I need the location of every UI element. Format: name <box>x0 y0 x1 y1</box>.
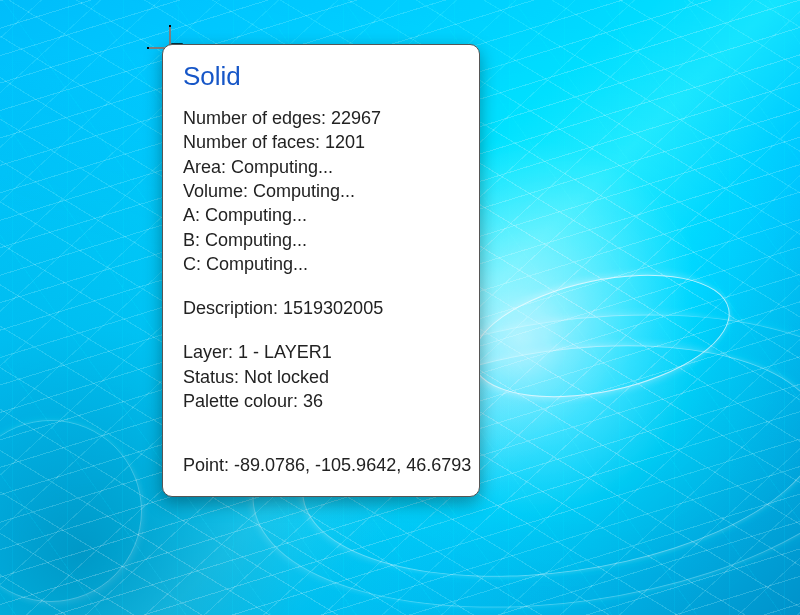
value-a: Computing... <box>205 205 307 225</box>
label-volume: Volume: <box>183 181 253 201</box>
value-b: Computing... <box>205 230 307 250</box>
value-point: -89.0786, -105.9642, 46.6793 <box>234 455 471 475</box>
label-edges: Number of edges: <box>183 108 331 128</box>
value-layer: 1 - LAYER1 <box>238 342 332 362</box>
value-volume: Computing... <box>253 181 355 201</box>
value-description: 1519302005 <box>283 298 383 318</box>
value-status: Not locked <box>244 367 329 387</box>
entity-info-tooltip: Solid Number of edges: 22967 Number of f… <box>162 44 480 497</box>
label-area: Area: <box>183 157 231 177</box>
value-faces: 1201 <box>325 132 365 152</box>
row-palette: Palette colour: 36 <box>183 389 461 413</box>
label-c: C: <box>183 254 206 274</box>
label-faces: Number of faces: <box>183 132 325 152</box>
row-c: C: Computing... <box>183 252 461 276</box>
row-faces: Number of faces: 1201 <box>183 130 461 154</box>
label-palette: Palette colour: <box>183 391 303 411</box>
label-point: Point: <box>183 455 234 475</box>
row-status: Status: Not locked <box>183 365 461 389</box>
value-c: Computing... <box>206 254 308 274</box>
label-status: Status: <box>183 367 244 387</box>
row-area: Area: Computing... <box>183 155 461 179</box>
label-a: A: <box>183 205 205 225</box>
label-layer: Layer: <box>183 342 238 362</box>
row-a: A: Computing... <box>183 203 461 227</box>
row-description: Description: 1519302005 <box>183 296 461 320</box>
row-layer: Layer: 1 - LAYER1 <box>183 340 461 364</box>
row-point: Point: -89.0786, -105.9642, 46.6793 <box>183 453 461 477</box>
tooltip-title: Solid <box>183 59 461 94</box>
label-description: Description: <box>183 298 283 318</box>
value-palette: 36 <box>303 391 323 411</box>
row-edges: Number of edges: 22967 <box>183 106 461 130</box>
value-edges: 22967 <box>331 108 381 128</box>
row-volume: Volume: Computing... <box>183 179 461 203</box>
row-b: B: Computing... <box>183 228 461 252</box>
value-area: Computing... <box>231 157 333 177</box>
label-b: B: <box>183 230 205 250</box>
